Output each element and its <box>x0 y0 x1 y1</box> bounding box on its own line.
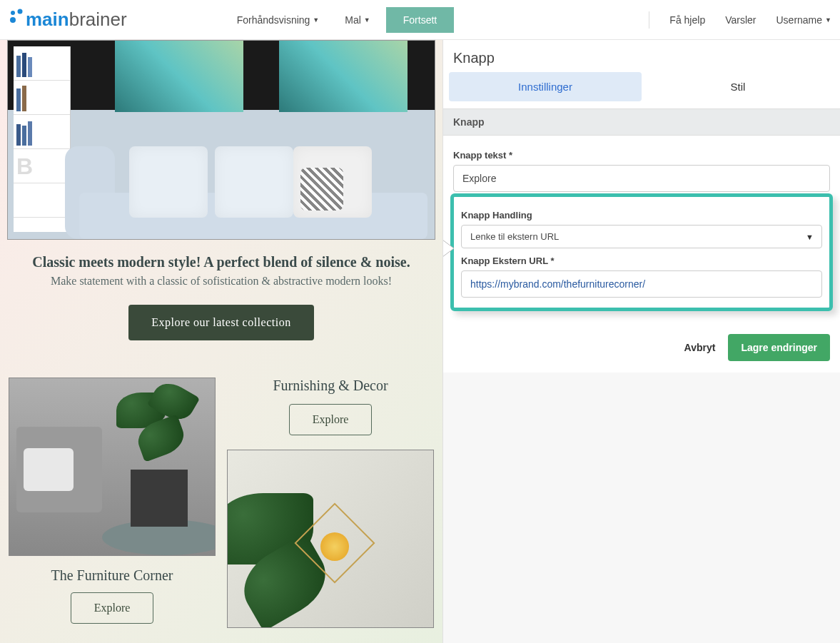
panel-title: Knapp <box>443 40 840 72</box>
nav-template-label: Mal <box>345 14 361 26</box>
button-text-input[interactable] <box>453 165 830 192</box>
highlight-callout: Knapp Handling Lenke til ekstern URL ▼ K… <box>450 193 833 311</box>
nav-template-dropdown[interactable]: Mal ▼ <box>335 9 380 31</box>
button-url-input[interactable] <box>461 270 822 298</box>
card2-image <box>227 450 434 628</box>
logo-dots-icon <box>9 9 26 31</box>
hero-image: B <box>7 40 435 240</box>
caret-down-icon: ▼ <box>313 16 319 24</box>
svg-point-1 <box>18 9 23 14</box>
card1-image <box>9 378 216 556</box>
properties-panel: Knapp Innstillinger Stil Knapp Knapp tek… <box>442 40 840 643</box>
hero-subtitle: Make statement with a classic of sofisti… <box>9 275 434 288</box>
hero-title: Classic meets modern style! A perfect bl… <box>9 254 434 270</box>
preview-canvas: B Classic meets modern style! A perfect … <box>0 40 442 643</box>
svg-point-0 <box>11 11 15 15</box>
card2-explore-button[interactable]: Explore <box>289 404 373 435</box>
button-action-select[interactable]: Lenke til ekstern URL <box>461 225 822 248</box>
divider <box>649 11 649 29</box>
tab-settings[interactable]: Innstillinger <box>449 72 642 101</box>
caret-down-icon: ▼ <box>364 16 370 24</box>
logo[interactable]: mainbrainer <box>9 9 127 31</box>
tab-style[interactable]: Stil <box>642 72 834 101</box>
top-navigation: mainbrainer Forhåndsvisning ▼ Mal ▼ Fort… <box>0 0 840 40</box>
cancel-button[interactable]: Avbryt <box>684 342 716 353</box>
section-header: Knapp <box>443 108 840 136</box>
nav-help-link[interactable]: Få hjelp <box>669 14 705 26</box>
card1-title: The Furniture Corner <box>9 567 216 584</box>
svg-point-2 <box>10 17 16 23</box>
arrow-right-icon <box>442 240 454 257</box>
continue-button[interactable]: Fortsett <box>386 7 454 33</box>
svg-marker-3 <box>442 240 454 257</box>
nav-user-label: Username <box>776 14 822 26</box>
nav-alerts-link[interactable]: Varsler <box>725 14 756 26</box>
logo-text-sub: brainer <box>69 9 127 30</box>
logo-text-main: main <box>26 9 69 30</box>
nav-user-dropdown[interactable]: Username ▼ <box>776 14 831 26</box>
nav-preview-dropdown[interactable]: Forhåndsvisning ▼ <box>227 9 330 31</box>
button-text-label: Knapp tekst * <box>453 150 830 161</box>
button-url-label: Knapp Ekstern URL * <box>461 255 822 266</box>
caret-down-icon: ▼ <box>825 16 831 24</box>
card1-explore-button[interactable]: Explore <box>71 592 154 624</box>
hero-explore-button[interactable]: Explore our latest collection <box>128 305 313 340</box>
button-action-label: Knapp Handling <box>461 210 822 221</box>
nav-preview-label: Forhåndsvisning <box>237 14 310 26</box>
save-button[interactable]: Lagre endringer <box>728 334 830 361</box>
card2-title: Furnishing & Decor <box>227 378 434 394</box>
